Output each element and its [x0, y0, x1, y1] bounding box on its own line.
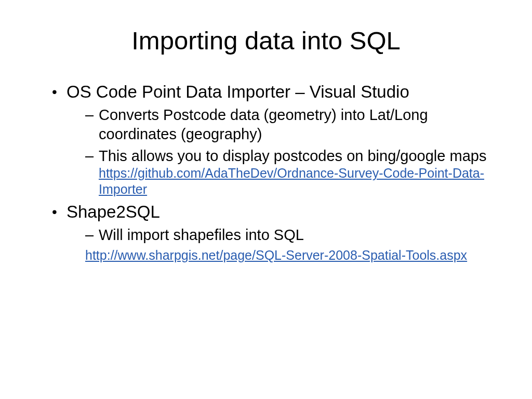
github-link[interactable]: https://github.com/AdaTheDev/Ordnance-Su…: [99, 165, 496, 198]
link-container: http://www.sharpgis.net/page/SQL-Server-…: [66, 247, 496, 263]
list-item: Shape2SQL Will import shapefiles into SQ…: [52, 201, 496, 264]
bullet-list-level1: OS Code Point Data Importer – Visual Stu…: [36, 81, 496, 263]
list-item-label: Shape2SQL: [66, 202, 160, 221]
slide-title: Importing data into SQL: [36, 26, 496, 55]
list-item: Will import shapefiles into SQL: [85, 225, 496, 244]
list-item: This allows you to display postcodes on …: [85, 147, 496, 198]
list-item-label: Will import shapefiles into SQL: [99, 227, 304, 243]
list-item-label: Converts Postcode data (geometry) into L…: [99, 107, 428, 142]
list-item: OS Code Point Data Importer – Visual Stu…: [52, 81, 496, 198]
bullet-list-level2: Will import shapefiles into SQL: [66, 225, 496, 244]
sharpgis-link[interactable]: http://www.sharpgis.net/page/SQL-Server-…: [85, 247, 496, 263]
list-item-label: OS Code Point Data Importer – Visual Stu…: [66, 82, 409, 101]
list-item: Converts Postcode data (geometry) into L…: [85, 105, 496, 143]
bullet-list-level2: Converts Postcode data (geometry) into L…: [66, 105, 496, 197]
list-item-label: This allows you to display postcodes on …: [99, 148, 486, 164]
